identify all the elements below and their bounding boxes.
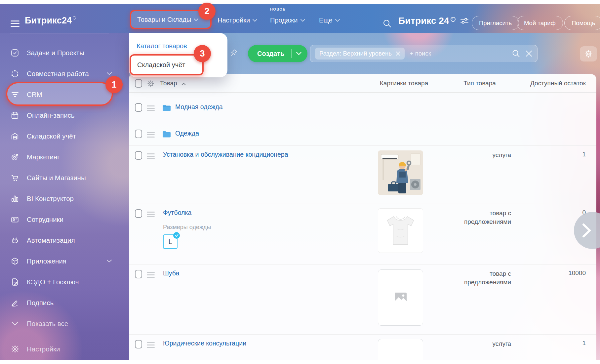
nav-more-label: Еще xyxy=(319,17,333,24)
clear-search-icon[interactable] xyxy=(525,50,533,57)
sidebar-item-bi-builder[interactable]: BI Конструктор xyxy=(0,188,129,209)
menu-item-stock-accounting[interactable]: Складской учёт xyxy=(130,54,204,75)
row-checkbox[interactable] xyxy=(135,270,142,278)
filter-search-bar[interactable]: Раздел: Верхний уровень + поиск xyxy=(310,45,538,62)
column-header-type[interactable]: Тип товара xyxy=(448,80,511,87)
step-badge-2: 2 xyxy=(198,3,216,20)
marketing-icon xyxy=(10,153,20,161)
row-checkbox[interactable] xyxy=(135,103,142,112)
sidebar-item-warehouse[interactable]: Складской учёт xyxy=(0,126,129,146)
sidebar-item-signature[interactable]: Подпись xyxy=(0,292,129,313)
sidebar-item-automation[interactable]: Автоматизация xyxy=(0,230,129,251)
create-button[interactable]: Создать xyxy=(248,45,307,62)
column-header-stock[interactable]: Доступный остаток xyxy=(514,80,586,87)
step-badge-1: 1 xyxy=(105,76,123,93)
sliders-icon[interactable] xyxy=(460,17,469,24)
product-type: услуга xyxy=(448,151,511,159)
product-stock: 1 xyxy=(514,151,586,158)
table-row-product[interactable]: Футболка Размеры одежды L товар с предло… xyxy=(128,204,596,264)
sidebar-item-settings[interactable]: Настройки xyxy=(0,339,129,359)
columns-gear-icon[interactable] xyxy=(147,80,155,88)
table-row-folder[interactable]: Одежда xyxy=(128,122,596,146)
help-button[interactable]: Помощь xyxy=(564,16,600,30)
table-row-folder[interactable]: Модная одежда xyxy=(128,93,596,122)
drag-handle[interactable] xyxy=(147,153,155,160)
table-row-product[interactable]: Шуба товар с предложениями 10000 xyxy=(128,264,596,335)
product-link[interactable]: Шуба xyxy=(163,269,179,277)
column-header-images[interactable]: Картинки товара xyxy=(354,80,454,87)
table-row-product[interactable]: Установка и обслуживание кондиционера xyxy=(128,146,596,204)
nav-sales[interactable]: Продажи xyxy=(270,17,305,24)
products-dropdown-menu: Каталог товаров Складской учёт 3 xyxy=(129,33,227,77)
chevron-down-icon xyxy=(107,260,112,263)
folder-link[interactable]: Одежда xyxy=(175,130,199,137)
online-booking-icon xyxy=(10,111,20,120)
search-icon[interactable] xyxy=(382,19,392,28)
robot-icon xyxy=(10,236,20,245)
drag-handle[interactable] xyxy=(147,132,155,139)
document-pen-icon xyxy=(10,278,20,286)
grid-settings-button[interactable] xyxy=(580,46,597,61)
sidebar-item-tasks[interactable]: Задачи и Проекты xyxy=(0,42,129,63)
invite-button[interactable]: Пригласить xyxy=(472,16,519,30)
gear-icon xyxy=(584,49,593,59)
new-tag: НОВОЕ xyxy=(270,7,286,11)
collaboration-icon xyxy=(10,69,20,78)
sidebar-item-online-booking[interactable]: Онлайн-запись xyxy=(0,105,129,126)
product-link[interactable]: Футболка xyxy=(163,209,191,217)
product-image-tshirt[interactable] xyxy=(378,208,423,253)
no-image-placeholder xyxy=(378,269,423,326)
row-checkbox[interactable] xyxy=(135,151,142,160)
hamburger-menu-icon[interactable] xyxy=(11,20,20,27)
row-checkbox[interactable] xyxy=(135,340,142,348)
product-stock: 1 xyxy=(514,340,586,347)
select-all-checkbox[interactable] xyxy=(135,79,142,88)
drag-handle[interactable] xyxy=(147,342,155,349)
chevron-down-icon xyxy=(300,19,305,22)
sidebar-item-employees[interactable]: Сотрудники xyxy=(0,209,129,230)
drag-handle[interactable] xyxy=(147,105,155,112)
remove-filter-icon[interactable] xyxy=(396,51,400,56)
folder-link[interactable]: Модная одежда xyxy=(175,103,223,111)
chevron-down-icon xyxy=(335,19,340,22)
gear-icon xyxy=(10,344,20,353)
id-card-icon xyxy=(10,215,20,224)
pen-icon xyxy=(10,299,20,307)
bi-chart-icon xyxy=(10,194,20,203)
sidebar-item-sites-shops[interactable]: Сайты и Магазины xyxy=(0,167,129,188)
row-checkbox[interactable] xyxy=(135,130,142,138)
menu-item-catalog[interactable]: Каталог товаров xyxy=(137,42,187,50)
product-stock: 0 xyxy=(514,209,586,216)
row-checkbox[interactable] xyxy=(135,209,142,218)
attribute-label: Размеры одежды xyxy=(163,224,211,231)
sidebar-item-kedo[interactable]: КЭДО + Госключ xyxy=(0,271,129,292)
folder-icon xyxy=(162,104,171,112)
search-placeholder[interactable]: + поиск xyxy=(410,50,511,57)
selected-check-icon xyxy=(173,232,180,239)
drag-handle[interactable] xyxy=(147,272,155,279)
brand-text: Битрикс 24 xyxy=(398,16,449,26)
app-logo[interactable]: Битрикс24 xyxy=(25,16,76,26)
sidebar-item-marketing[interactable]: Маркетинг xyxy=(0,146,129,167)
filter-chip-section[interactable]: Раздел: Верхний уровень xyxy=(315,48,405,60)
pin-icon[interactable] xyxy=(229,49,238,59)
nav-settings[interactable]: Настройки xyxy=(218,17,257,24)
product-link[interactable]: Юридические консультации xyxy=(163,340,246,347)
search-icon[interactable] xyxy=(511,49,521,58)
chevron-down-icon xyxy=(253,19,257,22)
column-header-product[interactable]: Товар xyxy=(160,80,186,87)
table-row-product[interactable]: Юридические консультации услуга 1 xyxy=(128,335,596,360)
product-type: услуга xyxy=(448,340,511,348)
my-tariff-button[interactable]: Мой тариф xyxy=(517,16,563,30)
product-image-ac-service[interactable] xyxy=(378,150,423,195)
size-option-chip[interactable]: L xyxy=(163,234,178,249)
nav-more[interactable]: Еще xyxy=(319,17,340,24)
product-stock: 10000 xyxy=(514,269,586,277)
chevron-down-icon xyxy=(107,72,112,75)
drag-handle[interactable] xyxy=(147,212,155,219)
bitrix24-catalog-page: Битрикс24 Товары и Склады 2 Настройки НО… xyxy=(0,0,600,364)
product-link[interactable]: Установка и обслуживание кондиционера xyxy=(163,151,288,158)
create-dropdown-arrow[interactable] xyxy=(292,52,307,55)
sidebar-item-show-all[interactable]: Показать все xyxy=(0,313,129,334)
sidebar-item-apps[interactable]: Приложения xyxy=(0,251,129,271)
